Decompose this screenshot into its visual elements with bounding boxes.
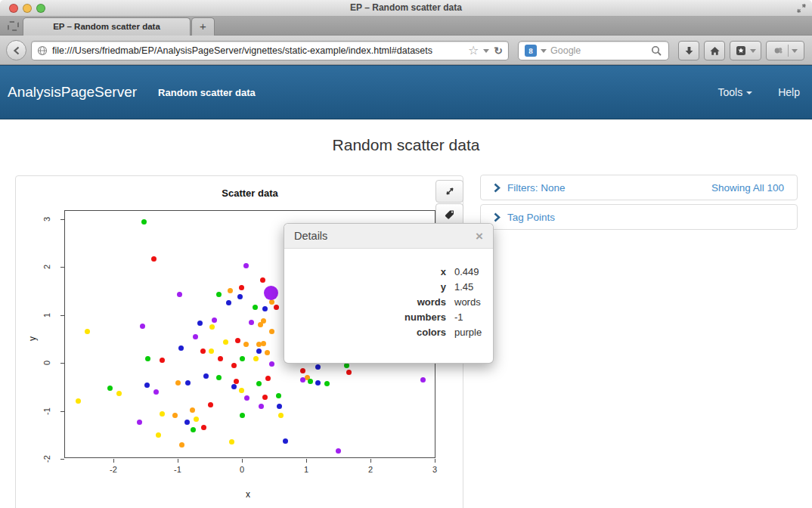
zoom-window-button[interactable]	[36, 4, 45, 13]
scatter-point[interactable]	[160, 358, 165, 363]
search-input[interactable]: Google	[550, 45, 647, 56]
addon-dropdown-icon[interactable]	[792, 49, 798, 53]
close-window-button[interactable]	[9, 4, 18, 13]
filters-status[interactable]: Showing All 100	[711, 182, 784, 194]
scatter-point[interactable]	[178, 345, 184, 351]
scatter-point[interactable]	[265, 376, 271, 381]
scatter-point[interactable]	[151, 256, 157, 262]
scatter-point[interactable]	[344, 363, 349, 368]
minimize-window-button[interactable]	[23, 4, 32, 13]
scatter-point[interactable]	[153, 389, 159, 395]
scatter-point[interactable]	[315, 364, 321, 370]
tab-active[interactable]: EP – Random scatter data	[23, 17, 191, 36]
scatter-point[interactable]	[212, 318, 217, 323]
scatter-point[interactable]	[209, 324, 215, 330]
scatter-point[interactable]	[140, 324, 145, 329]
scatter-point[interactable]	[244, 395, 249, 401]
expand-plot-button[interactable]	[435, 180, 463, 203]
scatter-point[interactable]	[218, 356, 223, 361]
search-icon[interactable]	[651, 45, 662, 57]
scatter-point[interactable]	[208, 402, 213, 407]
scatter-point[interactable]	[200, 348, 206, 354]
scatter-point[interactable]	[209, 348, 214, 354]
scatter-point[interactable]	[203, 373, 209, 379]
reload-icon[interactable]: ↻	[494, 45, 503, 56]
scatter-point[interactable]	[231, 384, 237, 389]
scatter-point[interactable]	[190, 407, 195, 413]
scatter-point[interactable]	[239, 285, 244, 290]
new-tab-button[interactable]: +	[191, 17, 215, 36]
scatter-point[interactable]	[191, 427, 196, 432]
scatter-point[interactable]	[260, 277, 265, 283]
google-logo-icon[interactable]: 8	[525, 45, 537, 57]
scatter-point[interactable]	[300, 368, 305, 373]
url-dropdown-icon[interactable]	[483, 49, 489, 53]
scatter-point[interactable]	[107, 386, 113, 391]
scatter-point[interactable]	[144, 383, 150, 388]
scatter-point[interactable]	[259, 404, 264, 409]
scatter-point[interactable]	[85, 329, 90, 334]
help-link[interactable]: Help	[778, 86, 800, 98]
scatter-point[interactable]	[223, 339, 228, 345]
url-bar[interactable]: file:///Users/friedmab/EP/AnalysisPageSe…	[31, 41, 509, 60]
back-button[interactable]	[6, 40, 26, 60]
scatter-point[interactable]	[240, 356, 245, 361]
scatter-point[interactable]	[262, 306, 268, 311]
selected-scatter-point[interactable]	[264, 286, 278, 300]
scatter-point[interactable]	[229, 439, 234, 444]
scatter-point[interactable]	[269, 299, 274, 305]
filters-accordion[interactable]: Filters: None Showing All 100	[480, 175, 798, 200]
scatter-point[interactable]	[193, 334, 198, 339]
tools-menu[interactable]: Tools	[718, 86, 753, 98]
tag-points-accordion[interactable]: Tag Points	[480, 204, 798, 230]
scatter-point[interactable]	[197, 321, 203, 326]
scatter-point[interactable]	[277, 404, 282, 409]
scatter-point[interactable]	[262, 395, 268, 400]
scatter-point[interactable]	[258, 322, 263, 327]
scatter-point[interactable]	[308, 379, 313, 384]
scatter-point[interactable]	[239, 388, 244, 393]
scatter-point[interactable]	[243, 263, 249, 268]
search-bar[interactable]: 8 Google	[518, 41, 669, 60]
scatter-point[interactable]	[420, 377, 426, 383]
scatter-point[interactable]	[141, 219, 147, 225]
scatter-point[interactable]	[179, 442, 184, 448]
scatter-point[interactable]	[315, 380, 321, 386]
search-engine-dropdown-icon[interactable]	[541, 49, 547, 53]
scatter-point[interactable]	[156, 432, 161, 438]
scatter-point[interactable]	[216, 292, 222, 297]
scatter-point[interactable]	[185, 380, 191, 386]
close-icon[interactable]: ×	[476, 230, 483, 243]
app-brand[interactable]: AnalysisPageServer	[8, 84, 137, 101]
addon-button[interactable]	[766, 41, 804, 60]
scatter-point[interactable]	[177, 292, 182, 297]
scatter-point[interactable]	[234, 379, 239, 384]
scatter-point[interactable]	[231, 363, 237, 368]
scatter-point[interactable]	[226, 300, 231, 305]
scatter-point[interactable]	[216, 375, 222, 380]
scatter-point[interactable]	[235, 338, 240, 343]
scatter-point[interactable]	[237, 294, 243, 299]
scatter-point[interactable]	[201, 425, 206, 430]
scatter-point[interactable]	[324, 381, 330, 386]
tab-groups-icon[interactable]	[8, 21, 19, 31]
scatter-point[interactable]	[137, 420, 142, 425]
scatter-point[interactable]	[276, 393, 281, 398]
scatter-point[interactable]	[278, 413, 284, 418]
scatter-point[interactable]	[274, 305, 279, 310]
filters-label[interactable]: Filters: None	[507, 182, 566, 194]
scatter-point[interactable]	[346, 370, 352, 375]
fullscreen-icon[interactable]	[796, 3, 807, 17]
tag-points-label[interactable]: Tag Points	[507, 212, 555, 223]
scatter-point[interactable]	[172, 413, 178, 418]
scatter-point[interactable]	[249, 320, 254, 325]
scatter-point[interactable]	[145, 356, 150, 361]
scatter-point[interactable]	[261, 341, 266, 346]
scatter-point[interactable]	[243, 342, 249, 347]
scatter-point[interactable]	[175, 380, 181, 386]
details-popup-header[interactable]: Details ×	[284, 224, 493, 249]
scatter-point[interactable]	[300, 377, 305, 383]
scatter-point[interactable]	[265, 350, 270, 355]
scatter-point[interactable]	[256, 348, 262, 354]
scatter-point[interactable]	[253, 356, 259, 361]
